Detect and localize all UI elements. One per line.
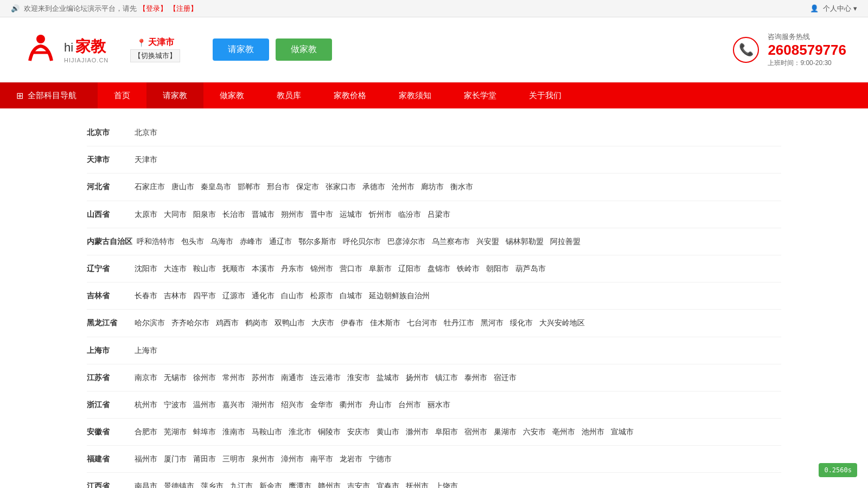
city-link[interactable]: 长春市 xyxy=(132,289,159,303)
city-link[interactable]: 阿拉善盟 xyxy=(548,235,583,248)
zuojiaojiao-button[interactable]: 做家教 xyxy=(276,38,332,61)
city-link[interactable]: 七台河市 xyxy=(405,316,439,330)
city-link[interactable]: 齐齐哈尔市 xyxy=(169,316,212,330)
city-link[interactable]: 盐城市 xyxy=(374,371,401,384)
nav-item-all-subjects[interactable]: ⊞ 全部科目导航 xyxy=(0,82,98,108)
city-link[interactable]: 景德镇市 xyxy=(162,479,196,488)
city-link[interactable]: 福州市 xyxy=(132,452,159,466)
city-link[interactable]: 长治市 xyxy=(220,208,247,221)
city-link[interactable]: 淮南市 xyxy=(220,425,247,439)
city-link[interactable]: 松原市 xyxy=(308,289,335,303)
city-link[interactable]: 漳州市 xyxy=(279,452,306,466)
city-link[interactable]: 吉安市 xyxy=(345,479,372,488)
city-link[interactable]: 常州市 xyxy=(220,371,247,384)
nav-item-jiage[interactable]: 家教价格 xyxy=(317,82,382,108)
city-link[interactable]: 巢湖市 xyxy=(492,425,519,439)
city-link[interactable]: 石家庄市 xyxy=(132,180,167,194)
nav-item-zuo[interactable]: 做家教 xyxy=(203,82,260,108)
user-center[interactable]: 👤 个人中心 ▾ xyxy=(810,4,857,14)
city-link[interactable]: 吉林市 xyxy=(162,289,189,303)
city-link[interactable]: 抚州市 xyxy=(404,479,431,488)
city-link[interactable]: 秦皇岛市 xyxy=(199,180,233,194)
city-link[interactable]: 巴彦淖尔市 xyxy=(385,235,427,248)
city-link[interactable]: 扬州市 xyxy=(404,371,431,384)
city-link[interactable]: 包头市 xyxy=(179,235,206,248)
city-link[interactable]: 莆田市 xyxy=(191,452,218,466)
city-link[interactable]: 双鸭山市 xyxy=(272,316,307,330)
city-link[interactable]: 六安市 xyxy=(521,425,548,439)
city-link[interactable]: 鞍山市 xyxy=(191,262,218,275)
city-link[interactable]: 邢台市 xyxy=(265,180,292,194)
city-link[interactable]: 朔州市 xyxy=(279,208,306,221)
city-link[interactable]: 朝阳市 xyxy=(484,262,511,275)
nav-item-jiaoyuan[interactable]: 教员库 xyxy=(260,82,317,108)
city-link[interactable]: 南平市 xyxy=(308,452,335,466)
city-link[interactable]: 吕梁市 xyxy=(425,208,452,221)
city-link[interactable]: 舟山市 xyxy=(367,398,394,412)
city-link[interactable]: 鄂尔多斯市 xyxy=(296,235,339,248)
city-link[interactable]: 通化市 xyxy=(250,289,277,303)
city-link[interactable]: 衢州市 xyxy=(337,398,365,412)
city-link[interactable]: 丹东市 xyxy=(279,262,306,275)
city-link[interactable]: 北京市 xyxy=(132,126,159,139)
nav-item-xuetang[interactable]: 家长学堂 xyxy=(448,82,513,108)
city-link[interactable]: 通辽市 xyxy=(267,235,294,248)
city-link[interactable]: 亳州市 xyxy=(550,425,577,439)
city-link[interactable]: 台州市 xyxy=(396,398,423,412)
city-link[interactable]: 蚌埠市 xyxy=(191,425,218,439)
city-link[interactable]: 临汾市 xyxy=(396,208,423,221)
city-link[interactable]: 金华市 xyxy=(308,398,335,412)
city-link[interactable]: 伊春市 xyxy=(339,316,366,330)
nav-item-home[interactable]: 首页 xyxy=(98,82,146,108)
city-link[interactable]: 延边朝鲜族自治州 xyxy=(367,289,432,303)
city-link[interactable]: 嘉兴市 xyxy=(220,398,247,412)
city-link[interactable]: 合肥市 xyxy=(132,425,159,439)
city-link[interactable]: 温州市 xyxy=(191,398,218,412)
city-link[interactable]: 南通市 xyxy=(279,371,306,384)
city-link[interactable]: 邯郸市 xyxy=(235,180,263,194)
city-link[interactable]: 新余市 xyxy=(257,479,284,488)
qingjiaojiao-button[interactable]: 请家教 xyxy=(213,38,269,61)
city-link[interactable]: 安庆市 xyxy=(345,425,372,439)
city-link[interactable]: 马鞍山市 xyxy=(250,425,284,439)
city-link[interactable]: 呼和浩特市 xyxy=(135,235,177,248)
city-link[interactable]: 九江市 xyxy=(228,479,255,488)
city-link[interactable]: 绥化市 xyxy=(508,316,535,330)
nav-item-qing[interactable]: 请家教 xyxy=(146,82,203,108)
city-link[interactable]: 唐山市 xyxy=(169,180,196,194)
city-link[interactable]: 上饶市 xyxy=(433,479,460,488)
city-link[interactable]: 晋中市 xyxy=(308,208,335,221)
city-link[interactable]: 鹰潭市 xyxy=(286,479,314,488)
city-link[interactable]: 苏州市 xyxy=(250,371,277,384)
city-link[interactable]: 乌兰察布市 xyxy=(430,235,472,248)
city-link[interactable]: 赣州市 xyxy=(316,479,343,488)
city-link[interactable]: 阳泉市 xyxy=(191,208,218,221)
city-link[interactable]: 杭州市 xyxy=(132,398,159,412)
city-link[interactable]: 抚顺市 xyxy=(220,262,247,275)
city-link[interactable]: 大庆市 xyxy=(309,316,336,330)
city-link[interactable]: 本溪市 xyxy=(250,262,277,275)
switch-city-button[interactable]: 【切换城市】 xyxy=(130,49,180,62)
city-link[interactable]: 宿迁市 xyxy=(492,371,519,384)
city-link[interactable]: 南京市 xyxy=(132,371,159,384)
nav-item-about[interactable]: 关于我们 xyxy=(513,82,578,108)
city-link[interactable]: 四平市 xyxy=(191,289,218,303)
city-link[interactable]: 鹤岗市 xyxy=(243,316,270,330)
city-link[interactable]: 萍乡市 xyxy=(199,479,226,488)
city-link[interactable]: 廊坊市 xyxy=(419,180,446,194)
city-link[interactable]: 运城市 xyxy=(337,208,365,221)
city-link[interactable]: 白城市 xyxy=(337,289,365,303)
city-link[interactable]: 哈尔滨市 xyxy=(132,316,167,330)
city-link[interactable]: 上海市 xyxy=(132,344,159,357)
city-link[interactable]: 牡丹江市 xyxy=(442,316,476,330)
city-link[interactable]: 龙岩市 xyxy=(337,452,365,466)
city-link[interactable]: 池州市 xyxy=(579,425,607,439)
city-link[interactable]: 宁德市 xyxy=(367,452,394,466)
city-link[interactable]: 忻州市 xyxy=(367,208,394,221)
city-link[interactable]: 阜新市 xyxy=(367,262,394,275)
login-link[interactable]: 【登录】 xyxy=(139,4,167,14)
city-link[interactable]: 辽阳市 xyxy=(396,262,423,275)
city-link[interactable]: 乌海市 xyxy=(208,235,235,248)
city-link[interactable]: 辽源市 xyxy=(220,289,247,303)
nav-item-xuzhi[interactable]: 家教须知 xyxy=(382,82,448,108)
